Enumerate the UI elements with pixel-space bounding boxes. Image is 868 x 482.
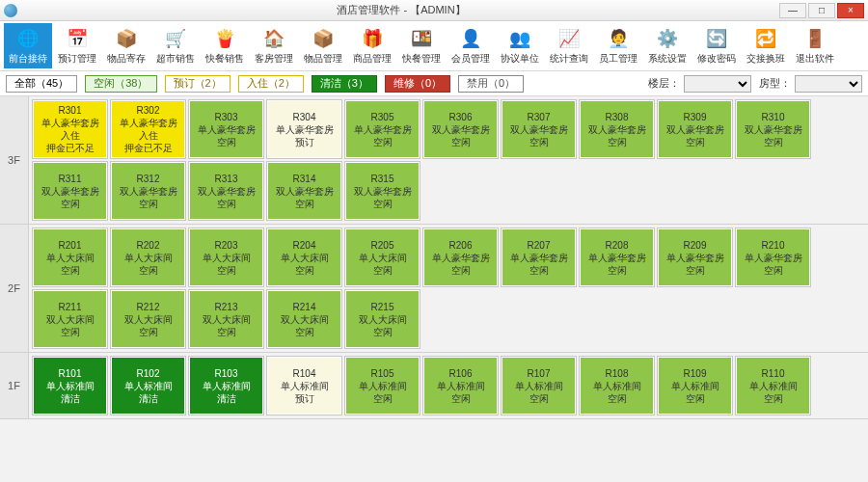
minimize-button[interactable]: —	[779, 3, 806, 18]
room-type: 单人豪华套房	[354, 123, 412, 136]
room-R315[interactable]: R315双人豪华套房空闲	[345, 162, 420, 220]
room-R203[interactable]: R203单人大床间空闲	[189, 228, 263, 286]
room-status: 空闲	[686, 136, 705, 148]
room-R201[interactable]: R201单人大床间空闲	[33, 228, 107, 286]
toolbar-商品管理[interactable]: 🎁商品管理	[348, 23, 396, 68]
room-grid[interactable]: 3FR301单人豪华套房入住押金已不足R302单人豪华套房入住押金已不足R303…	[0, 96, 868, 482]
roomtype-select[interactable]	[795, 75, 862, 93]
room-status: 空闲	[373, 392, 393, 405]
room-R108[interactable]: R108单人标准间空闲	[580, 357, 654, 415]
room-R206[interactable]: R206单人豪华套房空闲	[423, 228, 498, 286]
toolbar-物品寄存[interactable]: 📦物品寄存	[102, 23, 150, 68]
toolbar-协议单位[interactable]: 👥协议单位	[496, 23, 544, 68]
roomtype-select-group: 房型：	[759, 75, 862, 93]
room-R103[interactable]: R103单人标准间清洁	[189, 357, 263, 415]
room-R311[interactable]: R311双人豪华套房空闲	[33, 162, 107, 220]
room-R105[interactable]: R105单人标准间空闲	[345, 357, 420, 415]
room-type: 双人大床间	[124, 313, 173, 326]
room-R307[interactable]: R307双人豪华套房空闲	[502, 100, 576, 158]
room-R306[interactable]: R306双人豪华套房空闲	[423, 100, 498, 158]
toolbar-物品管理[interactable]: 📦物品管理	[299, 23, 347, 68]
toolbar-预订管理[interactable]: 📅预订管理	[53, 23, 101, 68]
room-type: 单人豪华套房	[745, 252, 802, 264]
room-status: 空闲	[764, 264, 783, 277]
filter-reserved[interactable]: 预订（2）	[165, 75, 231, 93]
room-number: R207	[528, 239, 551, 252]
room-type: 单人豪华套房	[588, 252, 646, 264]
room-R107[interactable]: R107单人标准间空闲	[502, 357, 576, 415]
room-R104[interactable]: R104单人标准间预订	[267, 357, 341, 415]
filter-all[interactable]: 全部（45）	[6, 75, 77, 93]
toolbar-会员管理[interactable]: 👤会员管理	[447, 23, 495, 68]
filter-maintenance[interactable]: 维修（0）	[385, 75, 450, 93]
room-status: 空闲	[61, 264, 80, 277]
close-button[interactable]: ×	[837, 3, 864, 18]
filter-disabled[interactable]: 禁用（0）	[458, 75, 524, 93]
toolbar-修改密码[interactable]: 🔄修改密码	[692, 23, 741, 68]
titlebar: 酒店管理软件 - 【ADMIN】 — □ ×	[0, 0, 868, 21]
room-R303[interactable]: R303单人豪华套房空闲	[189, 100, 263, 158]
room-status: 空闲	[529, 392, 549, 405]
room-R212[interactable]: R212双人大床间空闲	[111, 290, 185, 348]
toolbar-客房管理[interactable]: 🏠客房管理	[250, 23, 298, 68]
floor-select[interactable]	[684, 75, 751, 93]
filter-cleaning[interactable]: 清洁（3）	[312, 75, 377, 93]
toolbar-退出软件[interactable]: 🚪退出软件	[791, 23, 839, 68]
room-number: R305	[371, 111, 394, 123]
room-R109[interactable]: R109单人标准间空闲	[658, 357, 732, 415]
room-R301[interactable]: R301单人豪华套房入住押金已不足	[33, 100, 107, 158]
room-number: R315	[371, 173, 394, 185]
room-R215[interactable]: R215双人大床间空闲	[345, 290, 420, 348]
toolbar-label: 修改密码	[697, 52, 736, 66]
room-status: 空闲	[139, 264, 158, 277]
floor-label: 1F	[0, 353, 29, 418]
room-status: 空闲	[608, 264, 627, 277]
toolbar-系统设置[interactable]: ⚙️系统设置	[643, 23, 692, 68]
window-buttons: — □ ×	[779, 3, 864, 18]
room-R313[interactable]: R313双人豪华套房空闲	[189, 162, 263, 220]
room-R210[interactable]: R210单人豪华套房空闲	[736, 228, 810, 286]
room-status: 空闲	[529, 264, 549, 277]
room-R209[interactable]: R209单人豪华套房空闲	[658, 228, 732, 286]
room-R207[interactable]: R207单人豪华套房空闲	[502, 228, 576, 286]
room-type: 双人豪华套房	[666, 123, 724, 136]
room-R211[interactable]: R211双人大床间空闲	[33, 290, 107, 348]
room-R213[interactable]: R213双人大床间空闲	[189, 290, 263, 348]
room-R308[interactable]: R308双人豪华套房空闲	[580, 100, 654, 158]
room-R106[interactable]: R106单人标准间空闲	[423, 357, 498, 415]
room-number: R105	[371, 367, 394, 380]
window-title: 酒店管理软件 - 【ADMIN】	[23, 3, 779, 17]
room-R304[interactable]: R304单人豪华套房预订	[267, 100, 341, 158]
room-R305[interactable]: R305单人豪华套房空闲	[345, 100, 420, 158]
toolbar-快餐管理[interactable]: 🍱快餐管理	[397, 23, 446, 68]
room-number: R202	[137, 239, 160, 252]
room-R101[interactable]: R101单人标准间清洁	[33, 357, 107, 415]
room-R214[interactable]: R214双人大床间空闲	[267, 290, 341, 348]
room-number: R302	[137, 104, 160, 117]
room-type: 双人豪华套房	[198, 185, 256, 198]
toolbar-员工管理[interactable]: 🧑‍💼员工管理	[594, 23, 642, 68]
room-R204[interactable]: R204单人大床间空闲	[267, 228, 341, 286]
room-R310[interactable]: R310双人豪华套房空闲	[736, 100, 810, 158]
room-number: R312	[137, 173, 160, 185]
toolbar-前台接待[interactable]: 🌐前台接待	[4, 23, 52, 68]
room-type: 单人标准间	[281, 380, 329, 392]
toolbar-超市销售[interactable]: 🛒超市销售	[151, 23, 200, 68]
room-R102[interactable]: R102单人标准间清洁	[111, 357, 185, 415]
room-type: 单人标准间	[671, 380, 719, 392]
room-R302[interactable]: R302单人豪华套房入住押金已不足	[111, 100, 185, 158]
room-R314[interactable]: R314双人豪华套房空闲	[267, 162, 341, 220]
room-R208[interactable]: R208单人豪华套房空闲	[580, 228, 654, 286]
toolbar-统计查询[interactable]: 📈统计查询	[545, 23, 593, 68]
room-R202[interactable]: R202单人大床间空闲	[111, 228, 185, 286]
toolbar-交接换班[interactable]: 🔁交接换班	[742, 23, 790, 68]
maximize-button[interactable]: □	[808, 3, 835, 18]
room-R312[interactable]: R312双人豪华套房空闲	[111, 162, 185, 220]
filter-vacant[interactable]: 空闲（38）	[85, 75, 156, 93]
room-status: 空闲	[217, 326, 236, 338]
toolbar-快餐销售[interactable]: 🍟快餐销售	[201, 23, 249, 68]
room-R110[interactable]: R110单人标准间空闲	[736, 357, 810, 415]
filter-occupied[interactable]: 入住（2）	[238, 75, 304, 93]
room-R205[interactable]: R205单人大床间空闲	[345, 228, 420, 286]
room-R309[interactable]: R309双人豪华套房空闲	[658, 100, 732, 158]
